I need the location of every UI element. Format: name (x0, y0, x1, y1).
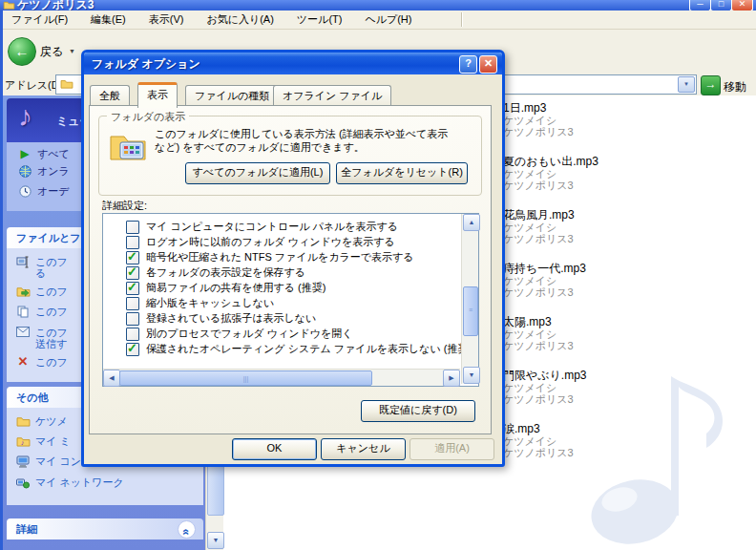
window-title: ケツノポリス3 (17, 0, 94, 11)
file-tile[interactable]: 太陽.mp3 ケツメイシ ケツノポリス3 (503, 316, 732, 351)
list-item[interactable]: 別のプロセスでフォルダ ウィンドウを開く (126, 327, 352, 341)
advanced-settings-list[interactable]: マイ コンピュータにコントロール パネルを表示する ログオン時に以前のフォルダ … (102, 213, 479, 387)
file-artist: ケツメイシ (503, 115, 732, 126)
help-button[interactable]: ? (459, 55, 477, 74)
checkbox[interactable] (126, 312, 139, 326)
advanced-settings-label: 詳細設定: (102, 199, 147, 213)
dialog-close-button[interactable]: ✕ (479, 55, 497, 74)
tab-general[interactable]: 全般 (90, 85, 130, 105)
globe-icon (16, 165, 33, 180)
ok-button[interactable]: OK (232, 438, 317, 460)
list-item[interactable]: 保護されたオペレーティング システム ファイルを表示しない (推奨) (126, 342, 472, 356)
dialog-title: フォルダ オプション (92, 56, 200, 73)
cancel-button[interactable]: キャンセル (321, 438, 406, 460)
network-icon (14, 476, 32, 491)
checkbox[interactable] (126, 297, 139, 310)
collapse-chevron-icon[interactable]: « (178, 520, 196, 539)
scroll-thumb[interactable]: ≡ (463, 286, 478, 336)
file-tile[interactable]: 夏のおもい出.mp3 ケツメイシ ケツノポリス3 (503, 156, 732, 191)
file-tile[interactable]: 花鳥風月.mp3 ケツメイシ ケツノポリス3 (503, 209, 732, 244)
maximize-button[interactable]: □ (710, 0, 732, 11)
list-horizontal-scrollbar[interactable]: ◀ ||| ▶ (103, 369, 460, 386)
rename-icon (14, 256, 32, 270)
menu-view[interactable]: 表示(V) (137, 12, 196, 27)
window-frame-left (0, 11, 3, 550)
list-vertical-scrollbar[interactable]: ▲ ≡ ▼ (461, 214, 478, 384)
checkbox[interactable] (126, 282, 139, 295)
menu-edit[interactable]: 編集(E) (79, 12, 137, 27)
play-icon: ▶ (16, 148, 33, 159)
go-button[interactable]: → (701, 75, 721, 95)
go-button-label: 移動 (724, 79, 746, 95)
tab-file-types[interactable]: ファイルの種類 (185, 85, 279, 105)
copy-icon (14, 306, 32, 320)
scroll-right-icon[interactable]: ▶ (443, 370, 460, 387)
music-task-label: オンラ (37, 165, 70, 177)
details-panel: 詳細 « (7, 518, 203, 539)
scroll-up-icon[interactable]: ▲ (463, 214, 480, 231)
view-tab-panel: フォルダの表示 このフォルダに使用している表示方法 (詳細表示や並べて表示 など… (89, 105, 492, 434)
list-item[interactable]: 縮小版をキャッシュしない (126, 296, 274, 310)
reset-all-folders-button[interactable]: 全フォルダをリセット(R) (336, 162, 468, 184)
file-tasks-panel-title: ファイルとフ (16, 232, 81, 243)
folder-options-dialog: フォルダ オプション ? ✕ 全般 表示 ファイルの種類 オフライン ファイル … (81, 50, 505, 467)
file-name: 花鳥風月.mp3 (503, 209, 732, 222)
file-tile[interactable]: 痔持ち一代.mp3 ケツメイシ ケツノポリス3 (503, 263, 732, 298)
folder-icon (14, 415, 32, 429)
explorer-window: ケツノポリス3 ─ □ ✕ ファイル(F) 編集(E) 表示(V) お気に入り(… (0, 0, 756, 550)
other-item-my-network[interactable]: マイ ネットワーク (14, 476, 203, 491)
dialog-titlebar[interactable]: フォルダ オプション ? ✕ (84, 53, 502, 74)
details-panel-header[interactable]: 詳細 « (7, 518, 203, 539)
music-note-icon: ♪ (18, 100, 32, 133)
restore-defaults-button[interactable]: 既定値に戻す(D) (361, 400, 475, 422)
address-dropdown-icon[interactable]: ▼ (678, 76, 695, 93)
list-item[interactable]: 各フォルダの表示設定を保存する (126, 265, 305, 280)
file-artist: ケツメイシ (503, 328, 732, 340)
details-panel-title: 詳細 (16, 523, 37, 535)
menu-file[interactable]: ファイル(F) (0, 12, 79, 27)
music-note-watermark (576, 351, 756, 550)
file-album: ケツノポリス3 (503, 340, 732, 351)
minimize-button[interactable]: ─ (689, 0, 711, 11)
file-name: 痔持ち一代.mp3 (503, 263, 732, 275)
close-button[interactable]: ✕ (731, 0, 753, 11)
checkbox[interactable] (126, 251, 139, 264)
menu-separator (461, 12, 463, 27)
tab-view[interactable]: 表示 (137, 82, 178, 108)
checkbox[interactable] (126, 221, 139, 234)
list-item[interactable]: 登録されている拡張子は表示しない (126, 311, 316, 326)
task-label: このフる (35, 256, 68, 279)
folder-views-description: このフォルダに使用している表示方法 (詳細表示や並べて表示 など) をすべてのフ… (155, 127, 477, 154)
address-label: アドレス(D) (5, 78, 62, 93)
scroll-left-icon[interactable]: ◀ (103, 370, 120, 387)
back-button[interactable]: ← (8, 37, 36, 66)
folder-views-title: フォルダの表示 (107, 110, 189, 124)
list-item[interactable]: 暗号化や圧縮された NTFS ファイルをカラーで表示する (126, 250, 413, 264)
menu-favorites[interactable]: お気に入り(A) (195, 12, 284, 27)
folder-views-icon (109, 129, 147, 161)
menu-tools[interactable]: ツール(T) (285, 12, 354, 27)
checkbox[interactable] (126, 236, 139, 249)
back-button-label: 戻る (40, 44, 63, 60)
tab-offline-files[interactable]: オフライン ファイル (273, 85, 391, 105)
checkbox[interactable] (126, 343, 139, 356)
scroll-thumb[interactable]: ||| (119, 370, 372, 386)
folder-views-groupbox: フォルダの表示 このフォルダに使用している表示方法 (詳細表示や並べて表示 など… (98, 116, 482, 196)
menu-help[interactable]: ヘルプ(H) (353, 12, 423, 27)
list-item[interactable]: マイ コンピュータにコントロール パネルを表示する (126, 220, 398, 234)
move-folder-icon (14, 286, 32, 299)
window-titlebar[interactable]: ケツノポリス3 ─ □ ✕ (0, 0, 756, 11)
checkbox[interactable] (126, 266, 139, 280)
checkbox[interactable] (126, 328, 139, 341)
scroll-down-icon[interactable]: ▼ (207, 532, 224, 549)
file-album: ケツノポリス3 (503, 233, 732, 244)
list-item[interactable]: 簡易ファイルの共有を使用する (推奨) (126, 281, 326, 295)
music-task-label: オーデ (37, 185, 70, 197)
apply-to-all-folders-button[interactable]: すべてのフォルダに適用(L) (185, 162, 330, 184)
scroll-down-icon[interactable]: ▼ (463, 367, 480, 384)
apply-button[interactable]: 適用(A) (410, 438, 494, 460)
file-tile[interactable]: 1日.mp3 ケツメイシ ケツノポリス3 (503, 102, 732, 138)
file-artist: ケツメイシ (503, 222, 732, 233)
back-dropdown-icon[interactable]: ▼ (69, 48, 75, 54)
list-item[interactable]: ログオン時に以前のフォルダ ウィンドウを表示する (126, 235, 395, 249)
